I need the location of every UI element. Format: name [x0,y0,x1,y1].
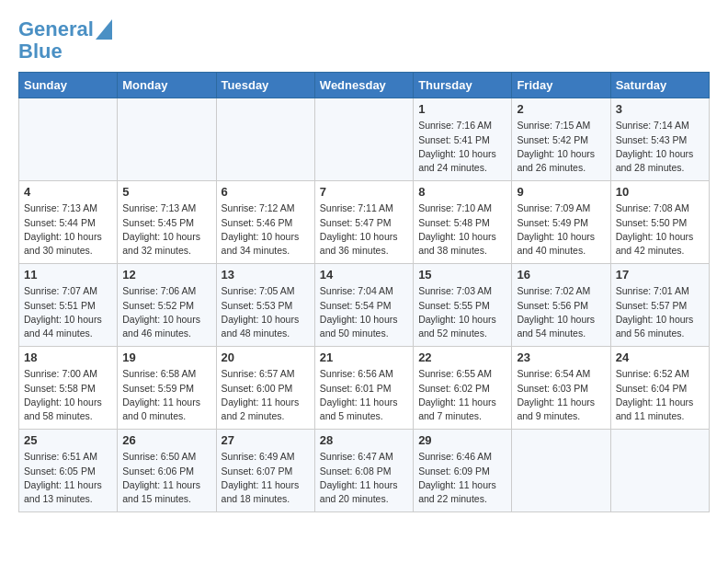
day-info: Sunrise: 6:46 AM Sunset: 6:09 PM Dayligh… [418,450,506,506]
calendar-cell: 5Sunrise: 7:13 AM Sunset: 5:45 PM Daylig… [118,181,216,264]
calendar-cell: 29Sunrise: 6:46 AM Sunset: 6:09 PM Dayli… [414,430,512,512]
day-info: Sunrise: 7:11 AM Sunset: 5:47 PM Dayligh… [320,201,408,258]
day-number: 10 [616,185,704,199]
day-info: Sunrise: 7:06 AM Sunset: 5:52 PM Dayligh… [122,284,210,340]
day-info: Sunrise: 6:55 AM Sunset: 6:02 PM Dayligh… [418,367,506,423]
svg-marker-0 [96,19,112,40]
day-info: Sunrise: 6:49 AM Sunset: 6:07 PM Dayligh… [222,450,310,506]
day-number: 1 [418,102,506,116]
calendar-cell: 14Sunrise: 7:04 AM Sunset: 5:54 PM Dayli… [314,264,413,347]
calendar-cell: 22Sunrise: 6:55 AM Sunset: 6:02 PM Dayli… [414,347,512,430]
header-row: SundayMondayTuesdayWednesdayThursdayFrid… [19,73,710,98]
day-info: Sunrise: 7:14 AM Sunset: 5:43 PM Dayligh… [616,119,704,175]
calendar-cell [118,98,216,181]
day-info: Sunrise: 7:08 AM Sunset: 5:50 PM Dayligh… [616,201,704,258]
day-number: 22 [418,350,506,364]
logo-icon [96,19,112,40]
calendar-cell: 23Sunrise: 6:54 AM Sunset: 6:03 PM Dayli… [512,347,610,430]
calendar-cell [610,430,709,512]
calendar-week-3: 11Sunrise: 7:07 AM Sunset: 5:51 PM Dayli… [19,264,710,347]
page-header: General Blue [18,18,710,63]
day-number: 13 [222,268,310,282]
calendar-cell: 26Sunrise: 6:50 AM Sunset: 6:06 PM Dayli… [118,430,216,512]
day-number: 14 [320,268,408,282]
calendar-cell: 4Sunrise: 7:13 AM Sunset: 5:44 PM Daylig… [19,181,118,264]
calendar-cell [314,98,413,181]
day-info: Sunrise: 6:56 AM Sunset: 6:01 PM Dayligh… [320,367,408,423]
calendar-cell: 13Sunrise: 7:05 AM Sunset: 5:53 PM Dayli… [216,264,314,347]
day-info: Sunrise: 7:10 AM Sunset: 5:48 PM Dayligh… [418,201,506,258]
day-number: 16 [517,268,605,282]
calendar-cell: 15Sunrise: 7:03 AM Sunset: 5:55 PM Dayli… [414,264,512,347]
calendar-cell: 6Sunrise: 7:12 AM Sunset: 5:46 PM Daylig… [216,181,314,264]
column-header-saturday: Saturday [610,73,709,98]
day-number: 4 [24,185,112,199]
day-info: Sunrise: 6:57 AM Sunset: 6:00 PM Dayligh… [222,367,310,423]
logo-text-line1: General [18,18,94,40]
column-header-thursday: Thursday [414,73,512,98]
day-number: 15 [418,268,506,282]
day-info: Sunrise: 7:02 AM Sunset: 5:56 PM Dayligh… [517,284,605,340]
calendar-cell: 28Sunrise: 6:47 AM Sunset: 6:08 PM Dayli… [314,430,413,512]
calendar-cell: 8Sunrise: 7:10 AM Sunset: 5:48 PM Daylig… [414,181,512,264]
day-number: 21 [320,350,408,364]
calendar-table: SundayMondayTuesdayWednesdayThursdayFrid… [18,72,710,512]
calendar-cell: 7Sunrise: 7:11 AM Sunset: 5:47 PM Daylig… [314,181,413,264]
day-number: 20 [222,350,310,364]
day-info: Sunrise: 7:13 AM Sunset: 5:45 PM Dayligh… [122,201,210,258]
calendar-cell: 25Sunrise: 6:51 AM Sunset: 6:05 PM Dayli… [19,430,118,512]
day-info: Sunrise: 6:51 AM Sunset: 6:05 PM Dayligh… [24,450,112,506]
calendar-cell: 1Sunrise: 7:16 AM Sunset: 5:41 PM Daylig… [414,98,512,181]
column-header-tuesday: Tuesday [216,73,314,98]
calendar-cell: 17Sunrise: 7:01 AM Sunset: 5:57 PM Dayli… [610,264,709,347]
calendar-cell: 11Sunrise: 7:07 AM Sunset: 5:51 PM Dayli… [19,264,118,347]
calendar-cell: 9Sunrise: 7:09 AM Sunset: 5:49 PM Daylig… [512,181,610,264]
calendar-cell: 3Sunrise: 7:14 AM Sunset: 5:43 PM Daylig… [610,98,709,181]
day-info: Sunrise: 6:50 AM Sunset: 6:06 PM Dayligh… [122,450,210,506]
day-info: Sunrise: 7:01 AM Sunset: 5:57 PM Dayligh… [616,284,704,340]
calendar-week-4: 18Sunrise: 7:00 AM Sunset: 5:58 PM Dayli… [19,347,710,430]
day-info: Sunrise: 7:16 AM Sunset: 5:41 PM Dayligh… [418,119,506,175]
logo-text-line2: Blue [18,40,63,63]
column-header-wednesday: Wednesday [314,73,413,98]
day-number: 2 [517,102,605,116]
day-number: 3 [616,102,704,116]
calendar-cell: 19Sunrise: 6:58 AM Sunset: 5:59 PM Dayli… [118,347,216,430]
day-number: 18 [24,350,112,364]
day-number: 28 [320,433,408,447]
column-header-sunday: Sunday [19,73,118,98]
day-number: 19 [122,350,210,364]
calendar-cell: 2Sunrise: 7:15 AM Sunset: 5:42 PM Daylig… [512,98,610,181]
logo: General Blue [18,18,112,63]
calendar-cell [19,98,118,181]
calendar-cell [216,98,314,181]
day-info: Sunrise: 7:15 AM Sunset: 5:42 PM Dayligh… [517,119,605,175]
calendar-cell: 24Sunrise: 6:52 AM Sunset: 6:04 PM Dayli… [610,347,709,430]
day-number: 5 [122,185,210,199]
day-number: 11 [24,268,112,282]
calendar-cell: 10Sunrise: 7:08 AM Sunset: 5:50 PM Dayli… [610,181,709,264]
day-info: Sunrise: 6:58 AM Sunset: 5:59 PM Dayligh… [122,367,210,423]
day-info: Sunrise: 7:13 AM Sunset: 5:44 PM Dayligh… [24,201,112,258]
day-number: 23 [517,350,605,364]
calendar-week-2: 4Sunrise: 7:13 AM Sunset: 5:44 PM Daylig… [19,181,710,264]
day-info: Sunrise: 7:00 AM Sunset: 5:58 PM Dayligh… [24,367,112,423]
day-info: Sunrise: 7:03 AM Sunset: 5:55 PM Dayligh… [418,284,506,340]
day-info: Sunrise: 6:54 AM Sunset: 6:03 PM Dayligh… [517,367,605,423]
calendar-week-1: 1Sunrise: 7:16 AM Sunset: 5:41 PM Daylig… [19,98,710,181]
day-number: 7 [320,185,408,199]
day-number: 25 [24,433,112,447]
column-header-friday: Friday [512,73,610,98]
day-number: 29 [418,433,506,447]
day-info: Sunrise: 7:09 AM Sunset: 5:49 PM Dayligh… [517,201,605,258]
calendar-cell: 27Sunrise: 6:49 AM Sunset: 6:07 PM Dayli… [216,430,314,512]
calendar-cell: 20Sunrise: 6:57 AM Sunset: 6:00 PM Dayli… [216,347,314,430]
day-number: 9 [517,185,605,199]
day-info: Sunrise: 7:12 AM Sunset: 5:46 PM Dayligh… [222,201,310,258]
calendar-week-5: 25Sunrise: 6:51 AM Sunset: 6:05 PM Dayli… [19,430,710,512]
calendar-cell [512,430,610,512]
day-number: 12 [122,268,210,282]
day-info: Sunrise: 7:04 AM Sunset: 5:54 PM Dayligh… [320,284,408,340]
day-info: Sunrise: 6:52 AM Sunset: 6:04 PM Dayligh… [616,367,704,423]
day-number: 24 [616,350,704,364]
